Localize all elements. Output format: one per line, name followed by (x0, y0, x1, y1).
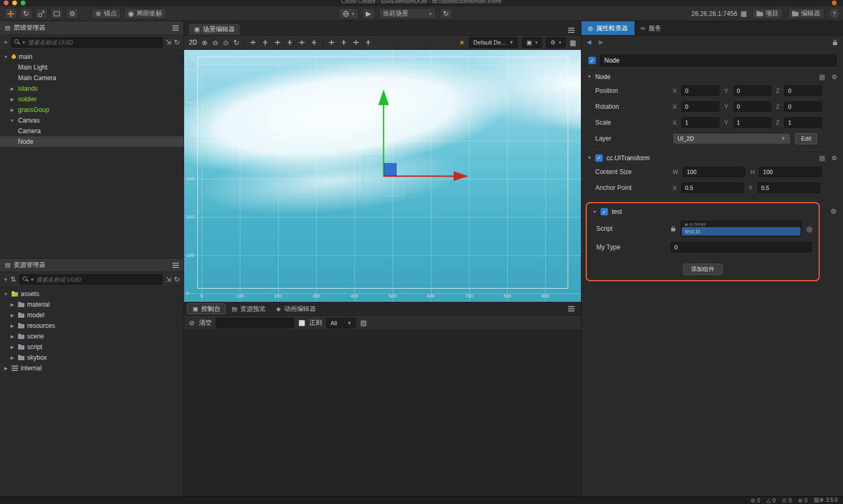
assets-item-resources[interactable]: ▶ resources (0, 320, 184, 331)
tab-scene-editor[interactable]: ▣ 场景编辑器 (188, 23, 240, 35)
node-enabled-checkbox[interactable]: ✓ (588, 57, 596, 64)
hierarchy-search-input[interactable] (28, 39, 159, 46)
expand-arrow-icon[interactable]: ▼ (3, 292, 9, 297)
open-log-file-icon[interactable]: ▤ (360, 319, 367, 326)
component-settings-icon[interactable]: ⚙ (831, 154, 837, 162)
gizmo-light-toggle[interactable]: ☀ (459, 39, 465, 46)
assets-item-material[interactable]: ▶ material (0, 299, 184, 310)
test-enabled-checkbox[interactable]: ✓ (601, 208, 608, 215)
hierarchy-item-main[interactable]: ▼ main (0, 51, 184, 62)
scene-settings-dropdown[interactable]: ⚙ ▾ (546, 37, 565, 48)
expand-arrow-icon[interactable]: ▶ (9, 86, 15, 91)
collapse-all-button[interactable]: ⇲ (166, 276, 171, 283)
stretch-h-button[interactable] (352, 39, 360, 46)
collapse-arrow-icon[interactable]: ▼ (587, 74, 592, 79)
align-left-button[interactable] (249, 39, 257, 46)
rotation-y-input[interactable] (733, 101, 771, 112)
hierarchy-item-soldier[interactable]: ▶ soldier (0, 94, 184, 105)
help-button[interactable]: ? (830, 9, 839, 18)
uitransform-header[interactable]: ▼ ✓ cc.UITransform ▤ ⚙ (581, 151, 843, 164)
stretch-v-button[interactable] (364, 39, 372, 46)
history-back-button[interactable]: ◀ (587, 39, 591, 46)
view-display-dropdown[interactable]: ▣ ▾ (522, 37, 542, 48)
position-z-input[interactable] (784, 85, 822, 96)
position-x-input[interactable] (681, 85, 719, 96)
open-editor-folder-button[interactable]: 编辑器 (788, 8, 824, 19)
create-node-button[interactable]: + (4, 39, 8, 46)
hierarchy-item-grassgoup[interactable]: ▶ grassGoup (0, 105, 184, 115)
rect-tool-button[interactable] (50, 8, 63, 19)
test-component-settings-icon[interactable]: ⚙ (830, 207, 837, 215)
assets-item-model[interactable]: ▶ model (0, 310, 184, 320)
scene-viewport[interactable]: 0 100 200 300 400 500 600 700 800 900 60… (184, 50, 581, 302)
preview-platform-button[interactable]: ▾ (338, 8, 359, 19)
expand-arrow-icon[interactable]: ▶ (9, 313, 15, 318)
open-project-folder-button[interactable]: 项目 (752, 8, 783, 19)
reload-scene-button[interactable]: ↻ (440, 8, 453, 19)
qr-code-icon[interactable]: ▦ (741, 10, 747, 17)
scene-panel-menu-icon[interactable] (568, 30, 575, 31)
component-docs-icon[interactable]: ▤ (819, 154, 825, 162)
align-right-button[interactable] (274, 39, 281, 46)
expand-arrow-icon[interactable]: ▶ (9, 108, 15, 112)
scene-select-dropdown[interactable]: 当前场景 ▾ (379, 8, 436, 19)
expand-arrow-icon[interactable]: ▶ (9, 355, 15, 360)
my-type-input[interactable] (671, 242, 812, 253)
uitransform-enabled-checkbox[interactable]: ✓ (595, 154, 603, 162)
gizmo-x-axis-arrowhead[interactable] (454, 171, 468, 181)
view-refresh-button[interactable]: ↻ (233, 39, 239, 46)
scale-y-input[interactable] (733, 117, 771, 128)
log-level-dropdown[interactable]: All ▼ (326, 318, 356, 328)
search-filter-caret-icon[interactable]: ▾ (23, 40, 25, 45)
tab-animation-editor[interactable]: ◈ 动画编辑器 (272, 303, 320, 314)
zoom-in-button[interactable]: ⊕ (202, 39, 207, 46)
expand-arrow-icon[interactable]: ▶ (9, 334, 15, 339)
console-output[interactable] (184, 331, 581, 496)
anchor-toggle-button[interactable]: ⊕ 锚点 (91, 8, 121, 19)
scale-x-input[interactable] (681, 117, 719, 128)
zoom-out-button[interactable]: ⊖ (212, 39, 218, 46)
collapse-all-button[interactable]: ⇲ (166, 39, 171, 46)
hierarchy-refresh-button[interactable]: ↻ (174, 39, 180, 46)
distribute-v-button[interactable] (340, 39, 347, 46)
tab-asset-preview[interactable]: ▤ 资源预览 (227, 303, 270, 314)
assets-menu-icon[interactable] (172, 265, 179, 266)
distribute-h-button[interactable] (328, 39, 335, 46)
warning-counter[interactable]: △ 0 (767, 498, 776, 503)
layer-dropdown[interactable]: UI_2D ▼ (673, 133, 790, 144)
position-y-input[interactable] (733, 85, 771, 96)
tab-service[interactable]: ∞ 服务 (635, 21, 668, 35)
play-button[interactable]: ▶ (362, 8, 375, 19)
transform-settings-button[interactable]: ⚙ (66, 8, 79, 19)
locate-asset-icon[interactable]: ◎ (806, 225, 812, 232)
anchor-y-input[interactable] (758, 183, 820, 193)
expand-arrow-icon[interactable]: ▶ (9, 97, 15, 102)
component-docs-icon[interactable]: ▤ (819, 73, 825, 81)
selected-node-handle[interactable] (384, 163, 396, 176)
expand-arrow-icon[interactable]: ▶ (9, 345, 15, 350)
console-panel-menu-icon[interactable] (568, 308, 575, 309)
2d-mode-toggle[interactable]: 2D (189, 39, 197, 46)
history-forward-button[interactable]: ▶ (598, 39, 603, 46)
script-asset-field[interactable]: cc.Script test.ts (681, 221, 802, 237)
expand-arrow-icon[interactable]: ▼ (9, 118, 15, 123)
assets-item-internal[interactable]: ▶ internal (0, 363, 184, 373)
rotation-x-input[interactable] (681, 101, 719, 112)
clear-console-icon[interactable]: ⊘ (189, 319, 195, 326)
move-tool-button[interactable] (4, 8, 17, 19)
console-filter-input[interactable] (216, 318, 294, 328)
regex-checkbox[interactable] (299, 320, 305, 326)
expand-arrow-icon[interactable]: ▶ (9, 324, 15, 328)
align-center-h-button[interactable] (298, 39, 306, 46)
collapse-arrow-icon[interactable]: ▼ (593, 210, 597, 214)
hierarchy-item-islands[interactable]: ▶ islands (0, 83, 184, 94)
content-height-input[interactable] (759, 167, 822, 177)
expand-arrow-icon[interactable]: ▶ (3, 366, 9, 371)
scale-z-input[interactable] (784, 117, 822, 128)
sort-assets-button[interactable]: ⇅ (11, 276, 16, 283)
search-icon[interactable] (23, 276, 29, 282)
add-component-button[interactable]: 添加组件 (683, 264, 723, 275)
anchor-x-input[interactable] (681, 183, 744, 193)
local-coords-toggle-button[interactable]: ◉ 局部坐标 (124, 8, 166, 19)
search-filter-caret-icon[interactable]: ▾ (31, 277, 34, 282)
